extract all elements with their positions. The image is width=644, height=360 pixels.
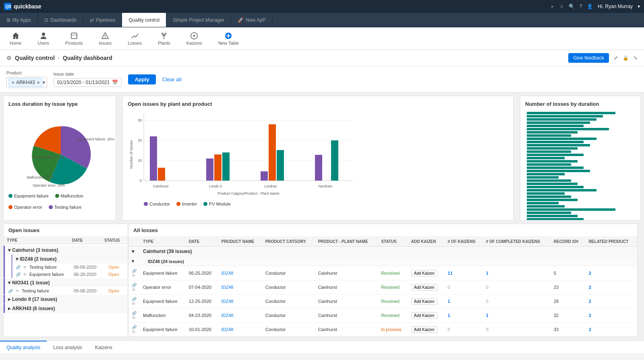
tab-dashboards-label: Dashboards	[50, 17, 77, 23]
row-product-name-1[interactable]: IDZ48	[218, 266, 262, 280]
nio341-header[interactable]: ▾ NIO341 (1 issue)	[5, 278, 128, 287]
tab-simple-project[interactable]: Simple Project Manager	[166, 13, 231, 27]
eye-icon-r4[interactable]: 👁	[132, 316, 136, 320]
row-product-link-4[interactable]: IDZ48	[221, 313, 233, 318]
add-kaizen-btn-2[interactable]: Add Kaizen	[411, 284, 437, 291]
lock-icon[interactable]: 🔒	[623, 55, 629, 61]
legend-label-inverter: Inverter	[182, 202, 197, 206]
tab-my-apps[interactable]: ⊞ My Apps	[0, 13, 38, 27]
nav-issues[interactable]: Issues	[96, 30, 115, 47]
link-icon-2[interactable]: 🔗	[16, 272, 21, 277]
user-name[interactable]: Hi, Ryan Murray	[598, 4, 633, 9]
question-icon[interactable]: ?	[580, 4, 582, 9]
tab-quality-analysis[interactable]: Quality analysis	[0, 341, 47, 353]
product-filter-input[interactable]: ✕ ARKH43 ✕ ▾	[6, 77, 47, 88]
link-icon-r4[interactable]: 🔗	[132, 311, 137, 315]
row-status-1: Resolved	[378, 266, 408, 280]
feedback-button[interactable]: Give feedback	[568, 53, 609, 63]
quickbase-logo[interactable]: QB quickbase	[4, 3, 41, 10]
eye-icon-r5[interactable]: 👁	[132, 330, 136, 334]
row-product-link-1[interactable]: IDZ48	[221, 271, 233, 276]
cainhurst-expand[interactable]: ▾	[128, 247, 140, 257]
completed-num-2: 0	[486, 285, 488, 290]
row-product-link-3[interactable]: IDZ48	[221, 299, 233, 304]
row-add-kaizen-4[interactable]: Add Kaizen	[408, 309, 445, 323]
date-filter-input[interactable]: 01/15/2020 - 01/13/2021 📅	[54, 78, 122, 87]
tab-new-app[interactable]: 🚀 New ApP	[231, 13, 272, 27]
nav-home[interactable]: Home	[6, 30, 25, 47]
row-add-kaizen-3[interactable]: Add Kaizen	[408, 294, 445, 309]
nav-products[interactable]: Products	[62, 30, 86, 47]
add-kaizen-btn-1[interactable]: Add Kaizen	[411, 270, 437, 277]
row-product-name-2: IDZ48	[218, 280, 262, 294]
add-kaizen-btn-3[interactable]: Add Kaizen	[411, 298, 437, 305]
eye-icon-r2[interactable]: 👁	[132, 288, 136, 292]
eye-icon-2[interactable]: 👁	[23, 272, 27, 277]
eye-icon-3[interactable]: 👁	[15, 289, 19, 293]
add-kaizen-btn-5[interactable]: Add Kaizen	[411, 326, 437, 333]
duration-bar-28	[527, 202, 559, 204]
nav-plants[interactable]: Plants	[155, 30, 174, 47]
row-add-kaizen-5[interactable]: Add Kaizen	[408, 323, 445, 337]
related-num-1: 2	[589, 271, 591, 276]
link-icon-3[interactable]: 🔗	[8, 289, 13, 293]
nav-plants-label: Plants	[158, 41, 170, 45]
londo-header[interactable]: ▸ Londo II (17 issues)	[5, 295, 128, 304]
xlabel-lordran: Lordran	[264, 184, 277, 188]
legend-dot-testing	[49, 205, 53, 209]
product-dropdown-icon[interactable]: ▾	[43, 80, 45, 85]
losses-group-cainhurst[interactable]: ▾ Cainhurst (39 issues)	[128, 247, 637, 257]
link-icon-r3[interactable]: 🔗	[132, 297, 137, 301]
tab-kaizens[interactable]: Kaizens	[89, 341, 119, 353]
product-tag-clear[interactable]: ✕	[37, 80, 40, 85]
tab-loss-analysis[interactable]: Loss analysis	[47, 341, 89, 353]
idz48-cainhurst-header[interactable]: ▾ IDZ48 (2 issues)	[12, 255, 128, 263]
col-expand	[128, 237, 140, 247]
apply-button[interactable]: Apply	[128, 74, 155, 84]
x-axis-label: Product Catgory/Product - Plant Name	[217, 191, 280, 195]
nav-users[interactable]: Users	[34, 30, 52, 47]
link-icon-1[interactable]: 🔗	[16, 265, 21, 269]
nav-losses[interactable]: Losses	[124, 30, 145, 47]
tab-dashboards[interactable]: ⊡ Dashboards	[38, 13, 83, 27]
user-icon[interactable]: 👤	[587, 4, 593, 9]
star-icon[interactable]: ☆	[559, 4, 564, 9]
row-add-kaizen-1[interactable]: Add Kaizen	[408, 266, 445, 280]
calendar-icon[interactable]: 📅	[112, 80, 118, 85]
tab-pipelines[interactable]: ⇄ Pipelines	[83, 13, 122, 27]
item-status-1: Open	[108, 265, 124, 269]
add-kaizen-btn-4[interactable]: Add Kaizen	[411, 312, 437, 319]
bar-chart-container: Number of Issues 0 10 20 30 Cainhurst	[128, 110, 508, 200]
bar-cainhurst-inverter	[158, 168, 165, 181]
status-inprogress-5: In process	[381, 327, 402, 332]
product-tag-x[interactable]: ✕	[11, 80, 14, 85]
row-add-kaizen-2[interactable]: Add Kaizen	[408, 280, 445, 294]
breadcrumb-parent[interactable]: Quality control	[15, 55, 55, 61]
tab-quality-control[interactable]: Quality control	[122, 13, 166, 27]
nav-new-table[interactable]: New Table	[215, 30, 242, 47]
svg-text:30: 30	[138, 118, 142, 122]
search-icon[interactable]: 🔍	[569, 4, 575, 9]
row-product-link-5[interactable]: IDZ48	[221, 327, 233, 332]
idz48-expand[interactable]: ▾	[128, 257, 140, 266]
link-icon-r5[interactable]: 🔗	[132, 325, 137, 329]
link-icon-r1[interactable]: 🔗	[132, 269, 137, 273]
clear-all-button[interactable]: Clear all	[162, 76, 182, 82]
eye-icon-1[interactable]: 👁	[23, 265, 27, 269]
arkh43-header[interactable]: ▸ ARKH43 (6 issues)	[5, 304, 128, 313]
eye-icon-r1[interactable]: 👁	[132, 274, 136, 278]
eye-icon-r3[interactable]: 👁	[132, 302, 136, 306]
row-product-link-2[interactable]: IDZ48	[221, 285, 233, 290]
losses-subgroup-idz48[interactable]: ▾ IDZ48 (24 issues)	[128, 257, 637, 266]
plus-icon[interactable]: ＋	[550, 3, 555, 10]
share-icon[interactable]: ⤢	[614, 55, 618, 61]
nav-issues-label: Issues	[99, 41, 112, 45]
settings-icon[interactable]: ⚙	[6, 55, 12, 61]
cainhurst-header[interactable]: ▾ Cainhurst (3 issues)	[5, 246, 128, 255]
link-icon-r2[interactable]: 🔗	[132, 283, 137, 287]
row-icons-2: 🔗👁	[128, 280, 140, 294]
dropdown-icon[interactable]: ▾	[638, 4, 640, 9]
kaizens-num-5: 0	[448, 327, 450, 332]
expand-icon[interactable]: ⤡	[634, 55, 638, 61]
nav-kaizens[interactable]: Kaizens	[183, 30, 205, 47]
